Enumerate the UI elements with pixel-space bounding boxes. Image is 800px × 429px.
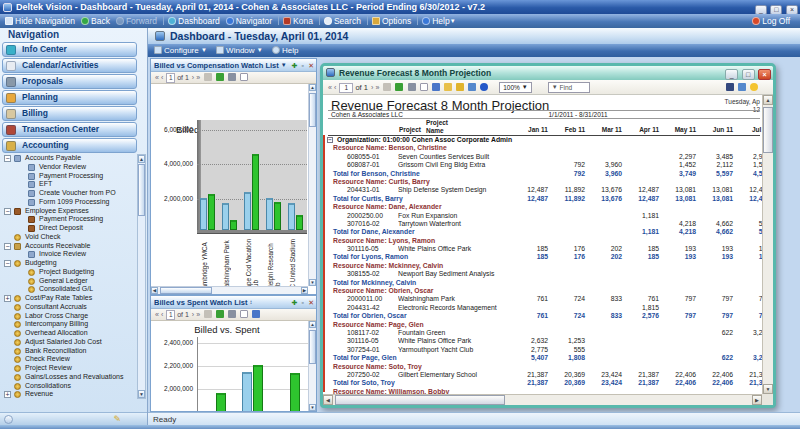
last-page-icon[interactable]: » xyxy=(375,84,379,91)
tree-item-intercompany-billing[interactable]: Intercompany Billing xyxy=(2,320,136,329)
tree-item-overhead-allocation[interactable]: Overhead Allocation xyxy=(2,329,136,338)
tree-item-general-ledger[interactable]: General Ledger xyxy=(2,277,136,286)
toolbar-item-back[interactable]: Back xyxy=(81,14,110,28)
toolbar-item-kona[interactable]: Kona xyxy=(283,14,313,28)
edit-pencil-icon[interactable]: ✎ xyxy=(113,414,121,424)
toolbar-item-options[interactable]: Options xyxy=(372,14,411,28)
minimize-icon[interactable]: _ xyxy=(725,69,738,80)
tree-item-direct-deposit[interactable]: Direct Deposit xyxy=(2,224,136,233)
toolbar-item-help[interactable]: Help▼ xyxy=(422,14,455,28)
export-icon[interactable] xyxy=(432,83,440,91)
book-icon[interactable] xyxy=(252,310,260,318)
tree-item-revenue[interactable]: +Revenue xyxy=(2,390,136,399)
sidebar-item-billing[interactable]: Billing xyxy=(2,106,137,121)
scroll-down-icon[interactable]: ▼ xyxy=(309,279,316,286)
kona-share-icon[interactable] xyxy=(750,83,758,91)
print-icon[interactable] xyxy=(228,310,236,318)
scroll-left-icon[interactable]: ◀ xyxy=(151,287,158,294)
refresh-icon[interactable] xyxy=(216,73,224,81)
sidebar-item-accounting[interactable]: Accounting xyxy=(2,138,137,153)
sidebar-item-proposals[interactable]: Proposals xyxy=(2,74,137,89)
tree-item-void-check[interactable]: Void Check xyxy=(2,233,136,242)
zoom-level-select[interactable]: 100% ▼ xyxy=(499,82,531,93)
collapse-icon[interactable]: − xyxy=(4,243,11,250)
sidebar-item-planning[interactable]: Planning xyxy=(2,90,137,105)
prev-page-icon[interactable]: ‹ xyxy=(161,311,163,318)
tree-item-consultant-accruals[interactable]: Consultant Accruals xyxy=(2,303,136,312)
tree-item-consolidations[interactable]: Consolidations xyxy=(2,382,136,391)
close-icon[interactable]: ✕ xyxy=(308,296,314,309)
find-next-icon[interactable] xyxy=(726,83,734,91)
expand-icon[interactable]: + xyxy=(4,391,11,398)
chart-vertical-scrollbar[interactable]: ▲ ▼ xyxy=(308,321,316,411)
tree-item-project-budgeting[interactable]: Project Budgeting xyxy=(2,268,136,277)
chart-vertical-scrollbar[interactable]: ▲ ▼ xyxy=(308,84,316,286)
scroll-up-icon[interactable]: ▲ xyxy=(309,84,316,91)
page-number-input[interactable]: 1 xyxy=(166,73,175,83)
tree-item-employee-expenses[interactable]: −Employee Expenses xyxy=(2,207,136,216)
next-page-icon[interactable]: › xyxy=(371,84,373,91)
scroll-up-icon[interactable]: ▲ xyxy=(763,95,773,105)
sidebar-item-transaction-center[interactable]: Transaction Center xyxy=(2,122,137,137)
first-page-icon[interactable]: « xyxy=(155,311,159,318)
next-page-icon[interactable]: › xyxy=(192,74,194,81)
last-page-icon[interactable]: » xyxy=(196,74,200,81)
next-page-icon[interactable]: › xyxy=(192,311,194,318)
magnifier-icon[interactable] xyxy=(468,83,476,91)
toolbar-item-navigator[interactable]: Navigator xyxy=(226,14,272,28)
scroll-down-icon[interactable]: ▼ xyxy=(138,390,145,398)
close-icon[interactable]: ✕ xyxy=(308,59,314,72)
restore-icon[interactable]: ▫ xyxy=(302,59,304,72)
tree-item-accounts-receivable[interactable]: −Accounts Receivable xyxy=(2,242,136,251)
tree-item-consolidated-g-l[interactable]: Consolidated G/L xyxy=(2,285,136,294)
maximize-icon[interactable]: □ xyxy=(742,69,755,80)
tree-item-budgeting[interactable]: −Budgeting xyxy=(2,259,136,268)
scroll-thumb[interactable] xyxy=(160,287,212,294)
window-menu[interactable]: Window ▼ xyxy=(216,44,263,57)
page-setup-icon[interactable] xyxy=(240,73,248,81)
refresh-icon[interactable] xyxy=(395,83,403,91)
expand-icon[interactable]: + xyxy=(4,295,11,302)
tree-item-cost-pay-rate-tables[interactable]: +Cost/Pay Rate Tables xyxy=(2,294,136,303)
toolbar-item-hide-navigation[interactable]: Hide Navigation xyxy=(5,14,75,28)
panel-header[interactable]: Billed vs Compensation Watch List ▼ ✚ ▫ … xyxy=(151,59,316,72)
prev-page-icon[interactable]: ‹ xyxy=(161,74,163,81)
home-icon[interactable] xyxy=(444,83,452,91)
scroll-thumb[interactable] xyxy=(335,395,505,405)
report-vertical-scrollbar[interactable]: ▲ ▼ xyxy=(762,95,773,394)
page-setup-icon[interactable] xyxy=(420,83,428,91)
scroll-up-icon[interactable]: ▲ xyxy=(138,155,145,163)
tree-item-bank-reconciliation[interactable]: Bank Reconciliation xyxy=(2,347,136,356)
tree-item-create-voucher-from-po[interactable]: Create Voucher from PO xyxy=(2,189,136,198)
page-setup-icon[interactable] xyxy=(240,310,248,318)
lock-icon[interactable] xyxy=(456,83,464,91)
panel-header[interactable]: Billed vs Spent Watch List ↕ ✚ ▫ ✕ xyxy=(151,296,316,309)
stop-icon[interactable] xyxy=(204,73,212,81)
pin-icon[interactable]: ✚ xyxy=(292,296,298,309)
scroll-right-icon[interactable]: ▶ xyxy=(301,287,308,294)
sidebar-item-info-center[interactable]: Info Center xyxy=(2,42,137,57)
scroll-right-icon[interactable]: ▶ xyxy=(752,395,762,405)
last-page-icon[interactable]: » xyxy=(196,311,200,318)
scroll-thumb[interactable] xyxy=(763,107,773,153)
scroll-left-icon[interactable]: ◀ xyxy=(323,395,333,405)
print-icon[interactable] xyxy=(408,83,416,91)
collapse-icon[interactable]: − xyxy=(4,260,11,267)
collapse-icon[interactable]: − xyxy=(4,208,11,215)
tree-item-eft[interactable]: EFT xyxy=(2,180,136,189)
scroll-thumb[interactable] xyxy=(138,164,145,216)
scroll-down-icon[interactable]: ▼ xyxy=(763,384,773,394)
tree-item-check-review[interactable]: Check Review xyxy=(2,355,136,364)
stop-icon[interactable] xyxy=(383,83,391,91)
configure-menu[interactable]: Configure ▼ xyxy=(154,44,207,57)
tree-item-project-review[interactable]: Project Review xyxy=(2,364,136,373)
chevron-down-icon[interactable]: ▼ xyxy=(281,62,287,68)
scroll-down-icon[interactable]: ▼ xyxy=(309,404,316,411)
collapse-icon[interactable]: − xyxy=(4,155,11,162)
scroll-thumb[interactable] xyxy=(309,330,316,364)
page-number-input[interactable]: 1 xyxy=(339,83,353,93)
find-input[interactable]: ▼ Find xyxy=(548,82,590,93)
toolbar-item-search[interactable]: Search xyxy=(324,14,361,28)
tree-item-accounts-payable[interactable]: −Accounts Payable xyxy=(2,154,136,163)
scroll-up-icon[interactable]: ▲ xyxy=(309,321,316,328)
